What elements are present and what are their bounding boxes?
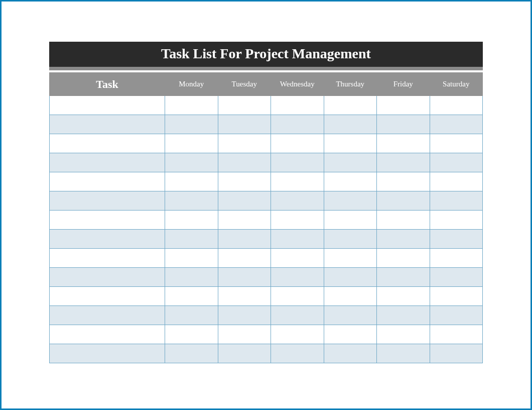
cell-wednesday[interactable]: [271, 96, 324, 115]
cell-thursday[interactable]: [324, 153, 377, 172]
cell-task[interactable]: [50, 344, 165, 363]
cell-thursday[interactable]: [324, 325, 377, 344]
cell-saturday[interactable]: [430, 211, 483, 230]
cell-monday[interactable]: [165, 134, 218, 153]
cell-task[interactable]: [50, 191, 165, 211]
cell-friday[interactable]: [377, 325, 430, 344]
cell-monday[interactable]: [165, 153, 218, 172]
cell-tuesday[interactable]: [218, 153, 271, 172]
cell-tuesday[interactable]: [218, 115, 271, 134]
cell-monday[interactable]: [165, 96, 218, 115]
cell-wednesday[interactable]: [271, 211, 324, 230]
cell-task[interactable]: [50, 153, 165, 172]
cell-saturday[interactable]: [430, 268, 483, 287]
cell-thursday[interactable]: [324, 287, 377, 306]
cell-task[interactable]: [50, 172, 165, 191]
cell-thursday[interactable]: [324, 172, 377, 191]
cell-monday[interactable]: [165, 172, 218, 191]
cell-tuesday[interactable]: [218, 96, 271, 115]
cell-friday[interactable]: [377, 211, 430, 230]
cell-saturday[interactable]: [430, 249, 483, 268]
cell-monday[interactable]: [165, 344, 218, 363]
cell-wednesday[interactable]: [271, 287, 324, 306]
cell-saturday[interactable]: [430, 172, 483, 191]
cell-task[interactable]: [50, 211, 165, 230]
cell-wednesday[interactable]: [271, 153, 324, 172]
cell-tuesday[interactable]: [218, 249, 271, 268]
cell-saturday[interactable]: [430, 287, 483, 306]
cell-tuesday[interactable]: [218, 230, 271, 249]
cell-thursday[interactable]: [324, 249, 377, 268]
cell-friday[interactable]: [377, 230, 430, 249]
cell-tuesday[interactable]: [218, 268, 271, 287]
cell-task[interactable]: [50, 306, 165, 325]
cell-saturday[interactable]: [430, 191, 483, 211]
cell-friday[interactable]: [377, 96, 430, 115]
cell-task[interactable]: [50, 268, 165, 287]
cell-wednesday[interactable]: [271, 191, 324, 211]
cell-tuesday[interactable]: [218, 134, 271, 153]
cell-thursday[interactable]: [324, 96, 377, 115]
cell-saturday[interactable]: [430, 306, 483, 325]
cell-saturday[interactable]: [430, 344, 483, 363]
cell-task[interactable]: [50, 249, 165, 268]
cell-saturday[interactable]: [430, 325, 483, 344]
cell-thursday[interactable]: [324, 306, 377, 325]
cell-tuesday[interactable]: [218, 191, 271, 211]
cell-wednesday[interactable]: [271, 325, 324, 344]
cell-monday[interactable]: [165, 191, 218, 211]
cell-friday[interactable]: [377, 344, 430, 363]
cell-friday[interactable]: [377, 249, 430, 268]
cell-monday[interactable]: [165, 268, 218, 287]
cell-task[interactable]: [50, 134, 165, 153]
cell-friday[interactable]: [377, 268, 430, 287]
cell-tuesday[interactable]: [218, 211, 271, 230]
cell-task[interactable]: [50, 325, 165, 344]
cell-wednesday[interactable]: [271, 306, 324, 325]
cell-saturday[interactable]: [430, 115, 483, 134]
cell-monday[interactable]: [165, 249, 218, 268]
cell-thursday[interactable]: [324, 115, 377, 134]
cell-monday[interactable]: [165, 230, 218, 249]
col-header-saturday: Saturday: [430, 73, 483, 96]
cell-wednesday[interactable]: [271, 344, 324, 363]
cell-task[interactable]: [50, 96, 165, 115]
cell-task[interactable]: [50, 287, 165, 306]
cell-monday[interactable]: [165, 115, 218, 134]
cell-wednesday[interactable]: [271, 268, 324, 287]
cell-wednesday[interactable]: [271, 134, 324, 153]
cell-friday[interactable]: [377, 134, 430, 153]
cell-task[interactable]: [50, 115, 165, 134]
cell-tuesday[interactable]: [218, 344, 271, 363]
cell-friday[interactable]: [377, 287, 430, 306]
cell-tuesday[interactable]: [218, 172, 271, 191]
cell-friday[interactable]: [377, 306, 430, 325]
cell-friday[interactable]: [377, 191, 430, 211]
cell-monday[interactable]: [165, 325, 218, 344]
cell-thursday[interactable]: [324, 211, 377, 230]
cell-tuesday[interactable]: [218, 287, 271, 306]
cell-saturday[interactable]: [430, 230, 483, 249]
cell-tuesday[interactable]: [218, 325, 271, 344]
cell-thursday[interactable]: [324, 268, 377, 287]
cell-saturday[interactable]: [430, 96, 483, 115]
cell-wednesday[interactable]: [271, 115, 324, 134]
cell-tuesday[interactable]: [218, 306, 271, 325]
cell-monday[interactable]: [165, 211, 218, 230]
cell-wednesday[interactable]: [271, 172, 324, 191]
cell-monday[interactable]: [165, 287, 218, 306]
cell-friday[interactable]: [377, 153, 430, 172]
cell-thursday[interactable]: [324, 344, 377, 363]
cell-wednesday[interactable]: [271, 230, 324, 249]
cell-task[interactable]: [50, 230, 165, 249]
cell-saturday[interactable]: [430, 153, 483, 172]
cell-thursday[interactable]: [324, 230, 377, 249]
cell-thursday[interactable]: [324, 134, 377, 153]
table-row: [50, 153, 483, 172]
cell-saturday[interactable]: [430, 134, 483, 153]
cell-wednesday[interactable]: [271, 249, 324, 268]
cell-thursday[interactable]: [324, 191, 377, 211]
cell-friday[interactable]: [377, 115, 430, 134]
cell-friday[interactable]: [377, 172, 430, 191]
cell-monday[interactable]: [165, 306, 218, 325]
